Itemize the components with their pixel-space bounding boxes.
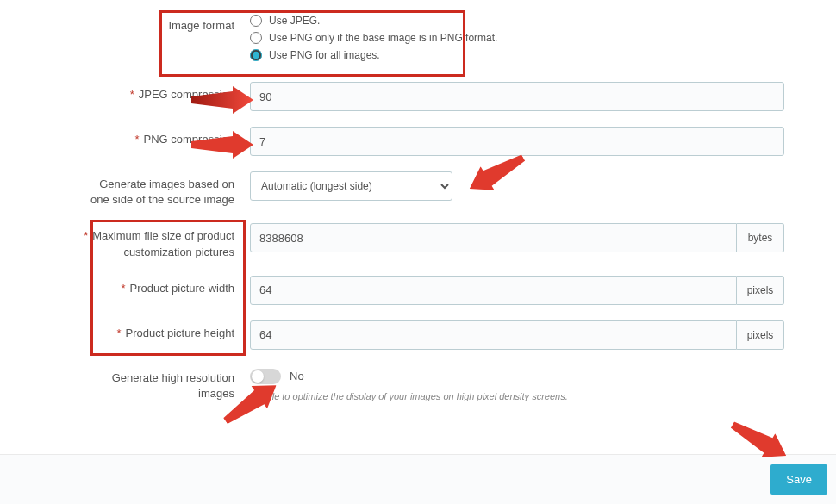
high-res-value: No: [290, 370, 304, 383]
radio-png-all[interactable]: Use PNG for all images.: [250, 49, 784, 61]
row-png-compression: PNG compression: [78, 127, 784, 156]
product-height-input[interactable]: [250, 320, 737, 350]
footer-bar: Save: [0, 454, 836, 504]
radio-png-all-label: Use PNG for all images.: [269, 49, 380, 61]
row-max-file-size: Maximum file size of product customizati…: [78, 223, 784, 259]
label-product-width: Product picture width: [78, 276, 250, 296]
jpeg-compression-input[interactable]: [250, 82, 784, 111]
generate-based-select[interactable]: Automatic (longest side): [250, 171, 452, 201]
row-generate-based: Generate images based on one side of the…: [78, 171, 784, 208]
image-format-options: Use JPEG. Use PNG only if the base image…: [250, 13, 784, 66]
product-width-unit: pixels: [737, 276, 784, 305]
radio-png-if-base[interactable]: Use PNG only if the base image is in PNG…: [250, 32, 784, 44]
row-high-res: Generate high resolution images No Enabl…: [78, 365, 784, 401]
label-jpeg-compression: JPEG compression: [78, 82, 250, 103]
product-width-input[interactable]: [250, 276, 737, 305]
row-product-width: Product picture width pixels: [78, 276, 784, 305]
label-png-compression: PNG compression: [78, 127, 250, 147]
label-product-height: Product picture height: [78, 320, 250, 341]
row-jpeg-compression: JPEG compression: [78, 82, 784, 111]
radio-png-if-base-label: Use PNG only if the base image is in PNG…: [269, 32, 497, 44]
label-generate-based: Generate images based on one side of the…: [78, 171, 250, 208]
radio-use-jpeg-input[interactable]: [250, 15, 262, 27]
label-image-format: Image format: [78, 13, 250, 34]
radio-png-all-input[interactable]: [250, 49, 262, 61]
radio-use-jpeg-label: Use JPEG.: [269, 15, 320, 27]
label-max-file-size: Maximum file size of product customizati…: [78, 223, 250, 259]
radio-png-if-base-input[interactable]: [250, 32, 262, 44]
save-button[interactable]: Save: [770, 464, 827, 495]
max-file-size-input[interactable]: [250, 223, 737, 252]
high-res-helper: Enable to optimize the display of your i…: [250, 391, 784, 401]
image-settings-form: Image format Use JPEG. Use PNG only if t…: [0, 0, 836, 401]
row-product-height: Product picture height pixels: [78, 320, 784, 350]
max-file-size-unit: bytes: [737, 223, 784, 252]
high-res-toggle[interactable]: [250, 369, 281, 384]
png-compression-input[interactable]: [250, 127, 784, 156]
radio-use-jpeg[interactable]: Use JPEG.: [250, 15, 784, 27]
label-high-res: Generate high resolution images: [78, 365, 250, 401]
product-height-unit: pixels: [737, 320, 784, 350]
row-image-format: Image format Use JPEG. Use PNG only if t…: [78, 13, 784, 66]
